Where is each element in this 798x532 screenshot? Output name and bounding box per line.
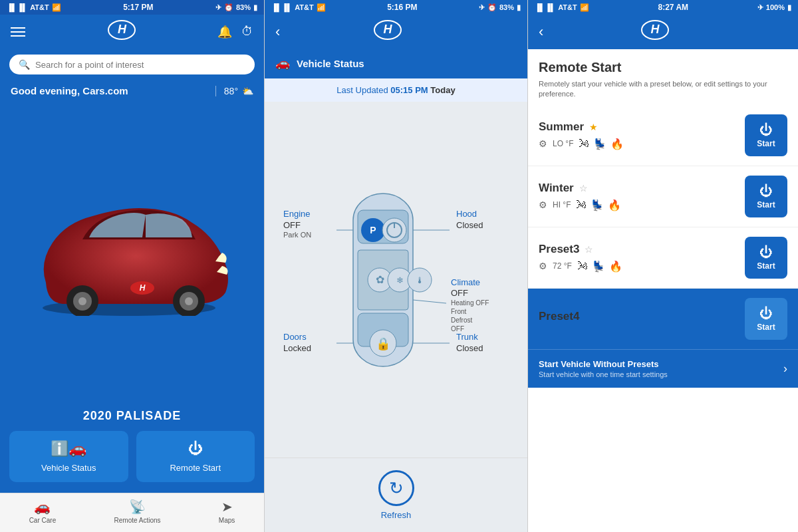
swp-subtitle: Start vehicle with one time start settin… bbox=[539, 370, 668, 378]
vehicle-status-button[interactable]: ℹ️🚗 Vehicle Status bbox=[9, 431, 128, 482]
history-icon[interactable]: ⏱ bbox=[241, 25, 253, 39]
svg-text:H: H bbox=[118, 23, 127, 36]
panel-remote-start: ▐▌▐▌ AT&T 📶 8:27 AM ✈ 100% ▮ ‹ H Remote … bbox=[528, 0, 798, 532]
menu-button[interactable] bbox=[11, 27, 25, 37]
remote-start-title-section: Remote Start Remotely start your vehicle… bbox=[528, 49, 798, 105]
start-btn-3[interactable]: ⏻ Start bbox=[745, 237, 787, 279]
svg-text:Heating OFF: Heating OFF bbox=[451, 299, 489, 307]
fan-icon-summer: 🌬 bbox=[579, 138, 589, 150]
car-care-icon: 🚗 bbox=[34, 499, 51, 515]
hyundai-logo-3: H bbox=[640, 19, 670, 45]
notification-icon[interactable]: 🔔 bbox=[217, 25, 232, 39]
nav-remote-actions[interactable]: 📡 Remote Actions bbox=[114, 499, 161, 524]
refresh-icon: ↻ bbox=[389, 478, 404, 499]
status-bar-right-3: ✈ 100% ▮ bbox=[757, 3, 791, 12]
start-btn-label-4: Start bbox=[757, 323, 775, 332]
presets-list: Summer ★ ⚙ LO °F 🌬 💺 🔥 ⏻ Start bbox=[528, 105, 798, 532]
location-icon-2: ✈ bbox=[479, 3, 485, 12]
svg-text:Doors: Doors bbox=[283, 332, 307, 342]
maps-icon: ➤ bbox=[221, 499, 233, 515]
divider bbox=[215, 86, 216, 96]
preset-name-winter: Winter bbox=[539, 182, 574, 195]
heat-icon-winter: 🔥 bbox=[608, 199, 621, 211]
greeting-bar: Good evening, Cars.com 88° ⛅ bbox=[0, 80, 264, 102]
time-1: 5:17 PM bbox=[123, 3, 153, 12]
svg-text:H: H bbox=[139, 283, 145, 293]
signal-icon: ▐▌▐▌ bbox=[7, 3, 27, 11]
last-updated-time: 05:15 PM bbox=[390, 85, 428, 95]
battery-1: 83% bbox=[236, 3, 251, 11]
seat-icon-3: 💺 bbox=[592, 260, 605, 273]
start-btn-summer[interactable]: ⏻ Start bbox=[745, 114, 787, 156]
last-updated-prefix: Last Updated bbox=[336, 85, 390, 95]
remote-start-subtitle: Remotely start your vehicle with a prese… bbox=[539, 79, 787, 100]
refresh-button[interactable]: ↻ bbox=[378, 470, 414, 506]
wifi-icon-3: 📶 bbox=[580, 3, 589, 12]
back-button-2[interactable]: ‹ bbox=[275, 23, 280, 41]
status-bar-2: ▐▌▐▌ AT&T 📶 5:16 PM ✈ ⏰ 83% ▮ bbox=[265, 0, 527, 15]
start-power-icon-summer: ⏻ bbox=[759, 122, 773, 138]
remote-start-button[interactable]: ⏻ Remote Start bbox=[136, 431, 255, 482]
hyundai-logo-2: H bbox=[373, 19, 402, 45]
start-btn-label-summer: Start bbox=[757, 139, 775, 148]
start-power-icon-3: ⏻ bbox=[759, 245, 773, 260]
svg-point-8 bbox=[185, 297, 193, 305]
star-icon-summer[interactable]: ★ bbox=[589, 122, 598, 132]
vehicle-status-header: ‹ H bbox=[265, 15, 527, 49]
time-3: 8:27 AM bbox=[658, 3, 688, 12]
preset-name-3: Preset3 bbox=[539, 243, 579, 256]
nav-maps[interactable]: ➤ Maps bbox=[219, 499, 235, 524]
svg-text:🌡: 🌡 bbox=[415, 275, 424, 285]
carrier-name-3: AT&T bbox=[558, 3, 577, 11]
signal-icon-2: ▐▌▐▌ bbox=[271, 3, 292, 11]
status-bar-right-1: ✈ ⏰ 83% ▮ bbox=[215, 3, 257, 12]
temperature: 88° bbox=[224, 86, 238, 96]
greeting-text: Good evening, Cars.com bbox=[11, 85, 128, 96]
preset-summer: Summer ★ ⚙ LO °F 🌬 💺 🔥 ⏻ Start bbox=[528, 105, 798, 166]
gear-icon-summer[interactable]: ⚙ bbox=[539, 138, 547, 149]
start-btn-4[interactable]: ⏻ Start bbox=[745, 298, 787, 340]
back-button-3[interactable]: ‹ bbox=[539, 23, 543, 41]
svg-line-34 bbox=[413, 300, 446, 303]
alarm-icon-1: ⏰ bbox=[224, 3, 233, 12]
action-buttons: ℹ️🚗 Vehicle Status ⏻ Remote Start bbox=[0, 431, 264, 493]
gear-icon-3[interactable]: ⚙ bbox=[539, 261, 547, 271]
start-without-presets[interactable]: Start Vehicle Without Presets Start vehi… bbox=[528, 349, 798, 388]
seat-icon-summer: 💺 bbox=[593, 138, 606, 150]
weather-icon: ⛅ bbox=[242, 86, 253, 96]
star-icon-3[interactable]: ☆ bbox=[585, 244, 593, 255]
carrier-name-2: AT&T bbox=[295, 3, 314, 11]
battery-icon-2: ▮ bbox=[517, 3, 521, 12]
start-btn-winter[interactable]: ⏻ Start bbox=[745, 176, 787, 217]
remote-actions-label: Remote Actions bbox=[114, 517, 161, 524]
wifi-icon-2: 📶 bbox=[317, 3, 326, 12]
preset-winter: Winter ☆ ⚙ HI °F 🌬 💺 🔥 ⏻ Start bbox=[528, 166, 798, 227]
vehicle-status-bar: 🚗 Vehicle Status bbox=[265, 49, 527, 78]
car-name: 2020 PALISADE bbox=[0, 404, 264, 431]
preset-temp-summer: LO °F bbox=[553, 139, 573, 148]
refresh-section: ↻ Refresh bbox=[265, 458, 527, 532]
car-care-label: Car Care bbox=[29, 517, 57, 524]
status-bar-1: ▐▌▐▌ AT&T 📶 5:17 PM ✈ ⏰ 83% ▮ bbox=[0, 0, 264, 15]
weather-info: 88° ⛅ bbox=[211, 86, 253, 96]
svg-point-5 bbox=[78, 297, 86, 305]
nav-car-care[interactable]: 🚗 Car Care bbox=[29, 499, 57, 524]
swp-title: Start Vehicle Without Presets bbox=[539, 359, 668, 369]
preset-icons-winter: 🌬 💺 🔥 bbox=[576, 199, 621, 211]
preset-temp-3: 72 °F bbox=[553, 261, 572, 271]
vs-title: Vehicle Status bbox=[297, 58, 364, 69]
fan-icon-winter: 🌬 bbox=[576, 199, 587, 211]
svg-text:Climate: Climate bbox=[451, 277, 480, 287]
start-btn-label-winter: Start bbox=[757, 200, 775, 209]
seat-icon-winter: 💺 bbox=[591, 199, 604, 211]
remote-start-label: Remote Start bbox=[170, 463, 221, 473]
star-icon-winter[interactable]: ☆ bbox=[579, 183, 588, 194]
search-input[interactable] bbox=[35, 60, 245, 70]
gear-icon-winter[interactable]: ⚙ bbox=[539, 200, 547, 210]
battery-icon-3: ▮ bbox=[787, 3, 791, 12]
remote-start-header: ‹ H bbox=[528, 15, 798, 49]
car-image: H bbox=[26, 190, 239, 316]
car-image-section: H bbox=[0, 102, 264, 404]
svg-text:OFF: OFF bbox=[283, 220, 301, 230]
panel-vehicle-status: ▐▌▐▌ AT&T 📶 5:16 PM ✈ ⏰ 83% ▮ ‹ H 🚗 Vehi… bbox=[264, 0, 528, 532]
